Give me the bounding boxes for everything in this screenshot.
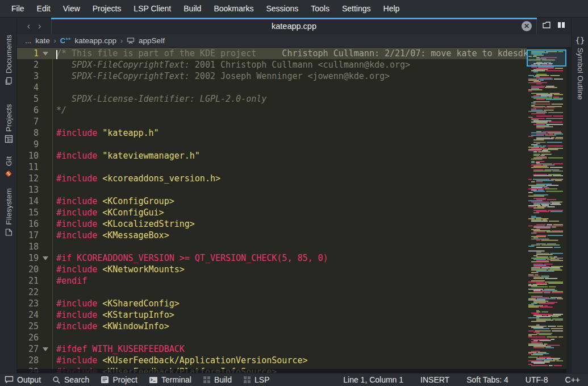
- statusbar-panel-label: Project: [112, 375, 137, 384]
- line-number: 8: [17, 127, 39, 139]
- code-line-2[interactable]: 2 SPDX-FileCopyrightText: 2001 Christoph…: [17, 59, 527, 70]
- code-segment: #include: [56, 230, 102, 240]
- tab-kateapp-cpp[interactable]: kateapp.cpp ✕: [51, 18, 537, 34]
- code-line-21[interactable]: 21#endif: [17, 275, 527, 287]
- menu-settings[interactable]: Settings: [336, 0, 377, 18]
- code-line-18[interactable]: 18: [17, 241, 527, 252]
- code-line-20[interactable]: 20#include <KNetworkMounts>: [17, 264, 527, 275]
- line-number: 6: [17, 105, 39, 116]
- code-text: #include <KWindowInfo>: [52, 321, 527, 332]
- minimap-viewport[interactable]: [527, 49, 566, 67]
- menu-lsp-client[interactable]: LSP Client: [127, 0, 177, 18]
- line-number: 10: [17, 150, 39, 161]
- statusbar-panel-label: LSP: [255, 375, 269, 384]
- code-line-22[interactable]: 22: [17, 287, 527, 298]
- statusbar-panel-output[interactable]: Output: [5, 375, 41, 384]
- code-segment: SPDX-License-Identifier: LGPL-2.0-only: [72, 94, 266, 104]
- text-cursor: [56, 50, 57, 59]
- code-editor[interactable]: 1/* This file is part of the KDE project…: [17, 48, 571, 373]
- horizontal-scrollbar[interactable]: [17, 369, 571, 373]
- code-text: #endif: [52, 275, 527, 287]
- input-mode[interactable]: INSERT: [420, 375, 449, 384]
- code-line-11[interactable]: 11: [17, 161, 527, 173]
- code-line-1[interactable]: 1/* This file is part of the KDE project…: [17, 48, 527, 59]
- code-line-28[interactable]: 28#include <KUserFeedback/ApplicationVer…: [17, 355, 527, 366]
- code-line-26[interactable]: 26: [17, 332, 527, 343]
- menu-bookmarks[interactable]: Bookmarks: [207, 0, 260, 18]
- fold-column: [39, 309, 52, 321]
- code-segment: #include: [56, 355, 102, 366]
- code-line-3[interactable]: 3 SPDX-FileCopyrightText: 2002 Joseph We…: [17, 70, 527, 82]
- code-line-6[interactable]: 6*/: [17, 105, 527, 116]
- history-nav: ‹ ›: [17, 18, 51, 34]
- code-line-12[interactable]: 12#include <kcoreaddons_version.h>: [17, 173, 527, 184]
- menu-projects[interactable]: Projects: [86, 0, 128, 18]
- minimap-scrollbar[interactable]: [527, 49, 566, 368]
- statusbar-panel-search[interactable]: Search: [52, 375, 89, 384]
- language-mode[interactable]: C++: [565, 375, 580, 384]
- cursor-position[interactable]: Line 1, Column 1: [343, 375, 403, 384]
- menu-build[interactable]: Build: [177, 0, 207, 18]
- breadcrumb-item-kateapp-cpp[interactable]: kateapp.cpp: [75, 36, 117, 45]
- menu-tools[interactable]: Tools: [305, 0, 336, 18]
- breadcrumb-item-kate[interactable]: kate: [35, 36, 50, 45]
- code-segment: #include: [56, 151, 102, 161]
- fold-column: [39, 150, 52, 161]
- code-line-7[interactable]: 7: [17, 116, 527, 127]
- sidebar-item-filesystem[interactable]: Filesystem: [0, 188, 17, 245]
- fold-column: [39, 82, 52, 93]
- menu-file[interactable]: File: [5, 0, 31, 18]
- code-line-16[interactable]: 16#include <KLocalizedString>: [17, 218, 527, 230]
- sidebar-item-documents[interactable]: Documents: [0, 35, 17, 92]
- code-line-4[interactable]: 4: [17, 82, 527, 93]
- code-line-15[interactable]: 15#include <KConfigGui>: [17, 207, 527, 218]
- menu-view[interactable]: View: [57, 0, 86, 18]
- back-button[interactable]: ‹: [27, 22, 30, 31]
- menu-sessions[interactable]: Sessions: [260, 0, 305, 18]
- breadcrumb-ellipsis[interactable]: ...: [25, 36, 31, 45]
- fold-arrow-icon[interactable]: [43, 347, 48, 351]
- sidebar-item-symbol-outline[interactable]: {} Symbol Outline: [572, 36, 588, 121]
- sidebar-item-git[interactable]: Git: [0, 156, 17, 185]
- code-line-9[interactable]: 9: [17, 139, 527, 150]
- code-line-24[interactable]: 24#include <KStartupInfo>: [17, 309, 527, 321]
- line-number: 26: [17, 332, 39, 343]
- line-number: 9: [17, 139, 39, 150]
- tab-mode[interactable]: Soft Tabs: 4: [466, 375, 508, 384]
- fold-column: [39, 218, 52, 230]
- fold-column: [39, 207, 52, 218]
- code-line-17[interactable]: 17#include <KMessageBox>: [17, 230, 527, 241]
- code-line-14[interactable]: 14#include <KConfigGroup>: [17, 196, 527, 207]
- code-line-13[interactable]: 13: [17, 184, 527, 196]
- code-line-8[interactable]: 8#include "kateapp.h": [17, 127, 527, 139]
- code-line-10[interactable]: 10#include "kateviewmanager.h": [17, 150, 527, 161]
- tab-close-icon[interactable]: ✕: [522, 21, 532, 31]
- tab-bar: ‹ › kateapp.cpp ✕: [17, 18, 571, 34]
- fold-column[interactable]: [39, 48, 52, 59]
- build-icon: [203, 376, 211, 384]
- code-line-23[interactable]: 23#include <KSharedConfig>: [17, 298, 527, 309]
- split-view-icon[interactable]: [557, 20, 566, 32]
- menu-help[interactable]: Help: [377, 0, 406, 18]
- encoding[interactable]: UTF-8: [526, 375, 548, 384]
- code-line-27[interactable]: 27#ifdef WITH_KUSERFEEDBACK: [17, 343, 527, 355]
- documents-icon: [4, 76, 13, 85]
- sidebar-item-projects[interactable]: Projects: [0, 104, 17, 156]
- breadcrumb-separator: ›: [54, 37, 56, 45]
- breadcrumb-item-appself[interactable]: appSelf: [139, 36, 165, 45]
- code-line-25[interactable]: 25#include <KWindowInfo>: [17, 321, 527, 332]
- fold-column[interactable]: [39, 252, 52, 264]
- statusbar-panel-lsp[interactable]: LSP: [243, 375, 269, 384]
- menu-edit[interactable]: Edit: [31, 0, 57, 18]
- statusbar-panel-terminal[interactable]: Terminal: [149, 375, 191, 384]
- statusbar-panel-project[interactable]: Project: [101, 375, 137, 384]
- statusbar-panel-build[interactable]: Build: [203, 375, 232, 384]
- fold-column[interactable]: [39, 343, 52, 355]
- forward-button[interactable]: ›: [38, 22, 41, 31]
- code-line-5[interactable]: 5 SPDX-License-Identifier: LGPL-2.0-only: [17, 93, 527, 105]
- fold-arrow-icon[interactable]: [43, 52, 48, 56]
- new-document-icon[interactable]: [542, 20, 551, 32]
- code-text: [52, 332, 527, 343]
- fold-arrow-icon[interactable]: [43, 256, 48, 260]
- code-line-19[interactable]: 19#if KCOREADDONS_VERSION >= QT_VERSION_…: [17, 252, 527, 264]
